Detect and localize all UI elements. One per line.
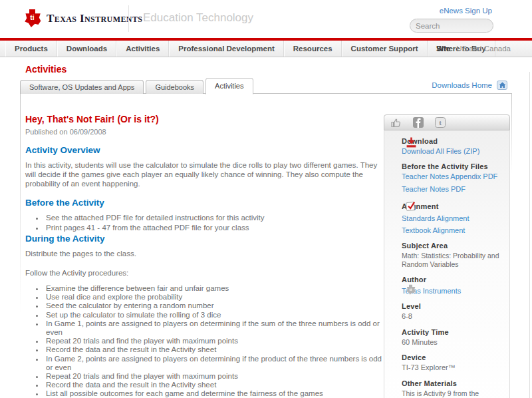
search-input[interactable] — [410, 22, 493, 30]
like-icon[interactable] — [391, 118, 402, 128]
list-item: In Game 2, points are assigned to player… — [45, 355, 382, 372]
alignment-checkbox-icon — [405, 200, 417, 212]
other-materials-heading: Other Materials — [402, 379, 503, 387]
site-value: US and Canada — [456, 45, 511, 53]
svg-text:t: t — [439, 118, 442, 126]
downloads-tabbar: Software, OS Updates and Apps Guidebooks… — [20, 77, 255, 94]
other-materials-line: This is Activity 9 from the EXPLORATIONS… — [402, 389, 503, 398]
facebook-icon[interactable] — [413, 117, 424, 128]
download-icon — [406, 137, 417, 148]
svg-text:ti: ti — [410, 288, 412, 292]
during-text-2: Follow the Activity procedures: — [25, 268, 382, 278]
tab-activities[interactable]: Activities — [205, 78, 253, 95]
site-selector[interactable]: SiteUS and Canada — [436, 41, 511, 57]
nav-item-products[interactable]: Products — [5, 41, 57, 57]
during-text-1: Distribute the pages to the class. — [25, 249, 382, 258]
nav-item-customer-support[interactable]: Customer Support — [342, 41, 428, 57]
activity-title: Hey, That's Not Fair! (Or is it?) — [25, 114, 382, 124]
scrollbar-track[interactable] — [529, 72, 530, 398]
tab-guidebooks[interactable]: Guidebooks — [146, 80, 203, 94]
division-title[interactable]: Education Technology — [143, 11, 253, 25]
device-heading: Device — [402, 353, 503, 361]
activity-sidebar: t Download Download All Files (ZIP) Befo… — [384, 114, 510, 398]
activity-time-heading: Activity Time — [402, 328, 503, 336]
author-heading: Author — [402, 276, 503, 284]
list-item: Repeat 20 trials and find the player wit… — [45, 372, 382, 381]
list-item: Use real dice and explore the probabilit… — [45, 293, 382, 301]
list-item: Print pages 41 - 47 from the attached PD… — [45, 223, 382, 233]
social-share-bar: t — [384, 114, 510, 130]
published-date: Published on 06/09/2008 — [25, 128, 382, 136]
ti-logo-icon: ti — [23, 9, 41, 28]
device-value: TI-73 Explorer™ — [402, 363, 503, 372]
list-item: See the attached PDF file for detailed i… — [45, 213, 382, 223]
downloads-home-link[interactable]: Downloads Home — [432, 81, 507, 90]
activity-time-value: 60 Minutes — [402, 338, 503, 347]
enews-signup-link[interactable]: eNews Sign Up — [440, 7, 492, 15]
overview-heading: Activity Overview — [25, 145, 382, 155]
main-nav: Products Downloads Activities Profession… — [0, 41, 532, 57]
site-label: Site — [436, 45, 450, 53]
activity-details-panel: Download Download All Files (ZIP) Before… — [384, 130, 510, 398]
nav-item-resources[interactable]: Resources — [284, 41, 342, 57]
standards-alignment-link[interactable]: Standards Alignment — [402, 214, 503, 222]
downloads-home-label: Downloads Home — [432, 81, 492, 89]
search-box: » — [410, 19, 493, 33]
list-item: Record the data and the result in the Ac… — [45, 345, 382, 354]
home-icon — [497, 81, 507, 90]
list-item: Record the data and the result in the Ac… — [45, 381, 382, 389]
nav-item-activities[interactable]: Activities — [116, 41, 169, 57]
list-item: Set up the calculator to simulate the ro… — [45, 311, 382, 319]
page-title: Activities — [25, 64, 66, 75]
ti-logo[interactable]: ti Texas Instruments — [23, 9, 142, 28]
level-heading: Level — [402, 302, 503, 310]
procedures-list: Examine the difference between fair and … — [45, 284, 382, 398]
header-divider — [128, 5, 129, 32]
before-activity-list: See the attached PDF file for detailed i… — [45, 213, 382, 233]
teacher-notes-link[interactable]: Teacher Notes PDF — [402, 185, 503, 193]
list-item: Seed the calculator by entering a random… — [45, 301, 382, 310]
svg-text:ti: ti — [30, 13, 35, 21]
list-item: List all possible outcomes for each game… — [45, 389, 382, 398]
activity-article: Hey, That's Not Fair! (Or is it?) Publis… — [25, 114, 382, 398]
list-item: In Game 1, points are assigned to player… — [45, 319, 382, 337]
author-link[interactable]: Texas Instruments — [402, 287, 503, 295]
files-heading: Before the Activity Files — [402, 162, 503, 170]
subject-area-heading: Subject Area — [402, 242, 503, 250]
before-heading: Before the Activity — [25, 198, 382, 208]
overview-text: In this activity, students will use the … — [25, 160, 382, 188]
level-value: 6-8 — [402, 312, 503, 321]
author-ti-icon: ti — [406, 284, 416, 295]
twitter-icon[interactable]: t — [435, 117, 446, 128]
subject-area-value: Math: Statistics: Probability and Random… — [402, 252, 503, 268]
nav-item-downloads[interactable]: Downloads — [57, 41, 116, 57]
textbook-alignment-link[interactable]: Textbook Alignment — [402, 226, 503, 234]
list-item: Examine the difference between fair and … — [45, 284, 382, 293]
teacher-notes-appendix-link[interactable]: Teacher Notes Appendix PDF — [402, 172, 503, 180]
during-heading: During the Activity — [25, 234, 382, 244]
nav-item-professional-development[interactable]: Professional Development — [169, 41, 283, 57]
site-header: ti Texas Instruments Education Technolog… — [0, 0, 532, 38]
tab-software-os-updates[interactable]: Software, OS Updates and Apps — [20, 80, 144, 94]
list-item: Repeat 20 trials and find the player wit… — [45, 337, 382, 345]
